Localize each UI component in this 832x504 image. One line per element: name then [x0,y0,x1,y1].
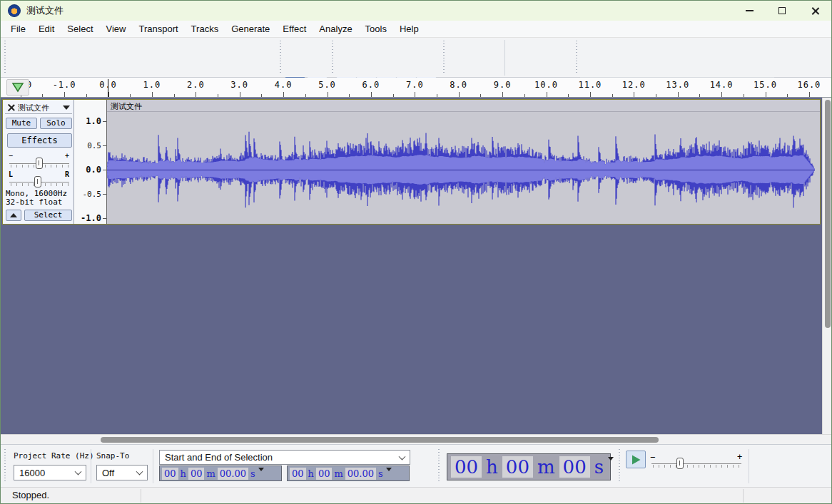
effects-button[interactable]: Effects [7,133,72,148]
ruler-tick [152,92,153,97]
bottom-toolbar-dock: Project Rate (Hz) 16000 Snap-To Off Star… [1,444,831,487]
minimize-button[interactable] [733,1,766,21]
selection-start-field[interactable]: 00 h 00 m 00.00 s [159,466,282,481]
vruler-tick [103,121,106,122]
audio-position-display[interactable]: 00 h 00 m 00 s [447,453,611,480]
ruler-tick [86,94,87,97]
window-title: 测试文件 [26,4,64,17]
ruler-tick [480,94,481,97]
ruler-label: 12.0 [622,80,646,90]
snap-to-select[interactable]: Off [96,465,148,480]
ruler-tick [547,92,547,97]
sel-start-seconds[interactable]: 00.00 [218,468,248,480]
vruler-label: -1.0 [81,213,101,223]
separator [91,449,91,483]
ruler-label: 11.0 [578,80,602,90]
track-area[interactable]: 测试文件 Mute Solo Effects − + L R Mono, 160… [1,98,831,434]
transport-toolbar-grip[interactable] [4,41,7,75]
pan-slider[interactable] [34,176,41,187]
ruler-tick [371,92,372,97]
speed-plus-label: + [737,452,742,462]
track-menu-icon[interactable] [63,106,70,110]
vertical-ruler[interactable]: 1.00.50.0-0.5-1.0 [74,100,107,224]
ruler-tick [744,94,744,97]
sel-end-hours[interactable]: 00 [290,468,306,480]
sel-end-seconds[interactable]: 00.00 [345,468,376,480]
menu-select[interactable]: Select [61,22,98,36]
menu-analyze[interactable]: Analyze [313,22,357,36]
audio-track[interactable]: 测试文件 Mute Solo Effects − + L R Mono, 160… [2,99,821,225]
chevron-down-icon[interactable] [608,457,614,461]
horizontal-scrollbar-thumb[interactable] [101,437,659,443]
solo-button[interactable]: Solo [40,118,72,129]
minimize-icon [746,10,754,11]
position-hours[interactable]: 00 [451,456,482,478]
sel-start-hours[interactable]: 00 [162,468,178,480]
collapse-track-button[interactable] [6,210,21,221]
ruler-label: -1.0 [53,80,76,90]
menu-tracks[interactable]: Tracks [186,22,225,36]
status-bar: Stopped. [1,487,831,503]
ruler-tick [699,94,700,97]
menu-transport[interactable]: Transport [133,22,183,36]
tools-toolbar-grip[interactable] [280,41,283,75]
menu-generate[interactable]: Generate [225,22,275,36]
ruler-tick [196,92,196,97]
menu-effect[interactable]: Effect [277,22,312,36]
selection-toolbar-grip[interactable] [4,449,7,483]
pan-right-label: R [65,170,69,178]
select-track-button[interactable]: Select [24,210,72,221]
track-close-icon[interactable] [7,103,16,112]
chevron-down-icon[interactable] [386,468,392,471]
gain-slider[interactable] [36,158,43,169]
vertical-scrollbar[interactable] [822,98,831,434]
menu-file[interactable]: File [5,22,31,36]
close-button[interactable] [798,1,831,21]
project-rate-select[interactable]: 16000 [14,465,86,480]
audio-setup-toolbar-grip[interactable] [443,41,446,75]
ruler-tick [42,94,43,97]
ruler-tick [328,92,328,97]
edit-toolbar-grip[interactable] [332,41,335,75]
horizontal-scrollbar[interactable] [1,434,831,444]
toolbar-dock: Audio Setup Share Audio L R -54-48-42-36… [1,38,831,78]
sel-start-minutes[interactable]: 00 [188,468,205,480]
menu-bar: FileEditSelectViewTransportTracksGenerat… [1,21,831,38]
menu-view[interactable]: View [101,22,132,36]
play-at-speed-toolbar-grip[interactable] [619,449,622,483]
timeline-options-button[interactable] [6,79,29,96]
meter-toolbar-grip[interactable] [576,41,579,75]
vruler-label: -0.5 [83,190,102,199]
ruler-label: 6.0 [362,80,380,90]
menu-tools[interactable]: Tools [360,22,392,36]
menu-help[interactable]: Help [394,22,425,36]
ruler-label: 15.0 [754,80,777,90]
collapse-icon [10,213,17,217]
vruler-tick [103,194,106,195]
sel-end-minutes[interactable]: 00 [316,468,333,480]
toolbar-separator [504,40,505,76]
track-name[interactable]: 测试文件 [18,103,63,113]
chevron-down-icon [75,468,82,475]
mute-button[interactable]: Mute [6,118,37,129]
ruler-tick [809,92,810,97]
play-at-speed-button[interactable] [626,451,646,468]
speed-slider[interactable] [676,458,684,469]
ruler-tick [766,92,766,97]
vertical-scrollbar-thumb[interactable] [825,100,831,328]
selection-end-field[interactable]: 00 h 00 m 00.00 s [287,466,410,481]
timeline-ruler[interactable]: -2.0-1.00.01.02.03.04.05.06.07.08.09.010… [1,78,831,98]
position-minutes[interactable]: 00 [502,456,533,478]
clip-title-bar[interactable]: 测试文件 [107,100,820,112]
menu-edit[interactable]: Edit [33,22,60,36]
audio-clip[interactable]: 测试文件 [107,100,820,224]
time-toolbar-grip[interactable] [438,449,441,483]
maximize-button[interactable] [766,1,798,21]
chevron-down-icon[interactable] [258,468,264,471]
position-seconds[interactable]: 00 [559,456,590,478]
selection-mode-select[interactable]: Start and End of Selection [159,450,410,465]
separator [153,449,153,483]
vruler-label: 0.0 [86,165,101,175]
speed-minus-label: − [650,452,655,462]
ruler-label: 1.0 [143,80,161,90]
